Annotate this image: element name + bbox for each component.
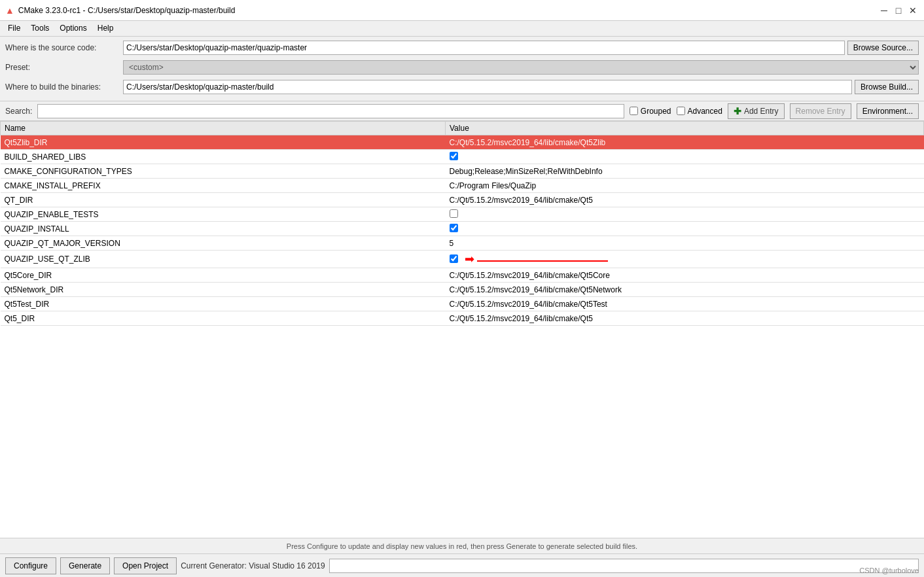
cell-value [446,207,924,222]
grouped-checkbox[interactable] [630,107,638,115]
table-row[interactable]: QUAZIP_ENABLE_TESTS [1,207,924,222]
cell-name: Qt5Network_DIR [1,283,446,297]
progress-area [329,559,919,573]
cell-name: QT_DIR [1,193,446,207]
cell-value: Debug;Release;MinSizeRel;RelWithDebInfo [446,164,924,179]
data-table: Name Value Qt5Zlib_DIRC:/Qt/5.15.2/msvc2… [0,121,924,326]
minimize-button[interactable]: ─ [878,5,890,16]
cell-name: QUAZIP_ENABLE_TESTS [1,207,446,222]
cell-value: C:/Qt/5.15.2/msvc2019_64/lib/cmake/Qt5Te… [446,297,924,311]
advanced-label: Advanced [688,107,722,116]
table-row[interactable]: QUAZIP_QT_MAJOR_VERSION5 [1,236,924,251]
cell-value: C:/Qt/5.15.2/msvc2019_64/lib/cmake/Qt5 [446,193,924,207]
col-header-value: Value [446,122,924,135]
cell-name: QUAZIP_INSTALL [1,222,446,236]
browse-build-button[interactable]: Browse Build... [855,80,919,94]
preset-select[interactable]: <custom> [123,60,919,75]
source-label: Where is the source code: [5,43,123,52]
table-row[interactable]: Qt5Test_DIRC:/Qt/5.15.2/msvc2019_64/lib/… [1,297,924,311]
environment-label: Environment... [862,107,913,116]
advanced-checkbox[interactable] [677,107,685,115]
menu-bar: File Tools Options Help [0,21,924,37]
add-icon: ✚ [734,106,741,116]
watermark: CSDN @turbolove [859,567,919,574]
open-project-button[interactable]: Open Project [114,557,177,574]
status-bar: Press Configure to update and display ne… [0,538,924,553]
search-input[interactable] [37,104,624,118]
title-bar-controls: ─ □ ✕ [878,5,919,16]
menu-file[interactable]: File [3,22,26,35]
cell-value: C:/Qt/5.15.2/msvc2019_64/lib/cmake/Qt5Zl… [446,135,924,150]
col-header-name: Name [1,122,446,135]
table-wrapper: Name Value Qt5Zlib_DIRC:/Qt/5.15.2/msvc2… [0,121,924,538]
table-row[interactable]: QUAZIP_USE_QT_ZLIB➡ [1,251,924,268]
value-checkbox[interactable] [450,209,458,218]
build-label: Where to build the binaries: [5,82,123,92]
annotation-line [477,260,608,262]
cell-value: ➡ [446,251,924,268]
bottom-bar: Configure Generate Open Project Current … [0,553,924,577]
maximize-button[interactable]: □ [893,5,904,16]
add-entry-button[interactable]: ✚ Add Entry [728,103,785,119]
toolbar: Where is the source code: Browse Source.… [0,37,924,101]
preset-row: Preset: <custom> [5,59,919,76]
menu-options[interactable]: Options [54,22,92,35]
cell-name: Qt5Core_DIR [1,268,446,283]
table-row[interactable]: CMAKE_CONFIGURATION_TYPESDebug;Release;M… [1,164,924,179]
preset-label: Preset: [5,63,123,72]
environment-button[interactable]: Environment... [857,103,919,119]
cell-value: C:/Qt/5.15.2/msvc2019_64/lib/cmake/Qt5Ne… [446,283,924,297]
add-entry-label: Add Entry [744,107,779,116]
remove-entry-button[interactable]: Remove Entry [790,103,851,119]
value-checkbox[interactable] [450,254,458,263]
cell-name: Qt5Test_DIR [1,297,446,311]
advanced-checkbox-group: Advanced [677,107,722,116]
cell-name: QUAZIP_USE_QT_ZLIB [1,251,446,268]
cell-value: 5 [446,236,924,251]
close-button[interactable]: ✕ [907,5,919,16]
cell-value: C:/Qt/5.15.2/msvc2019_64/lib/cmake/Qt5Co… [446,268,924,283]
menu-help[interactable]: Help [92,22,119,35]
build-input[interactable] [123,80,852,94]
cmake-logo: ▲ [5,5,14,16]
table-row[interactable]: QT_DIRC:/Qt/5.15.2/msvc2019_64/lib/cmake… [1,193,924,207]
main-content: Where is the source code: Browse Source.… [0,37,924,577]
cell-name: QUAZIP_QT_MAJOR_VERSION [1,236,446,251]
configure-button[interactable]: Configure [5,557,56,574]
annotation-arrow: ➡ [465,252,474,266]
search-row: Search: Grouped Advanced ✚ Add Entry Rem… [0,101,924,121]
title-bar-left: ▲ CMake 3.23.0-rc1 - C:/Users/star/Deskt… [5,5,235,16]
window-title: CMake 3.23.0-rc1 - C:/Users/star/Desktop… [18,6,235,15]
status-text: Press Configure to update and display ne… [287,542,637,550]
table-row[interactable]: QUAZIP_INSTALL [1,222,924,236]
table-row[interactable]: CMAKE_INSTALL_PREFIXC:/Program Files/Qua… [1,179,924,193]
table-row[interactable]: BUILD_SHARED_LIBS [1,150,924,164]
cell-name: BUILD_SHARED_LIBS [1,150,446,164]
generator-text: Current Generator: Visual Studio 16 2019 [181,561,325,570]
cell-name: CMAKE_INSTALL_PREFIX [1,179,446,193]
grouped-checkbox-group: Grouped [630,107,671,116]
cell-name: Qt5_DIR [1,311,446,326]
cell-value [446,222,924,236]
search-label: Search: [5,107,32,116]
menu-tools[interactable]: Tools [26,22,54,35]
value-checkbox[interactable] [450,224,458,232]
table-row[interactable]: Qt5Core_DIRC:/Qt/5.15.2/msvc2019_64/lib/… [1,268,924,283]
cell-name: CMAKE_CONFIGURATION_TYPES [1,164,446,179]
title-bar: ▲ CMake 3.23.0-rc1 - C:/Users/star/Deskt… [0,0,924,21]
generate-button[interactable]: Generate [60,557,110,574]
cell-value [446,150,924,164]
table-row[interactable]: Qt5Zlib_DIRC:/Qt/5.15.2/msvc2019_64/lib/… [1,135,924,150]
source-input[interactable] [123,41,845,55]
source-row: Where is the source code: Browse Source.… [5,39,919,56]
value-checkbox[interactable] [450,152,458,160]
grouped-label: Grouped [641,107,671,116]
cell-name: Qt5Zlib_DIR [1,135,446,150]
cell-value: C:/Qt/5.15.2/msvc2019_64/lib/cmake/Qt5 [446,311,924,326]
table-row[interactable]: Qt5Network_DIRC:/Qt/5.15.2/msvc2019_64/l… [1,283,924,297]
build-row: Where to build the binaries: Browse Buil… [5,79,919,96]
remove-entry-label: Remove Entry [796,107,845,116]
browse-source-button[interactable]: Browse Source... [847,41,919,55]
cell-value: C:/Program Files/QuaZip [446,179,924,193]
table-row[interactable]: Qt5_DIRC:/Qt/5.15.2/msvc2019_64/lib/cmak… [1,311,924,326]
